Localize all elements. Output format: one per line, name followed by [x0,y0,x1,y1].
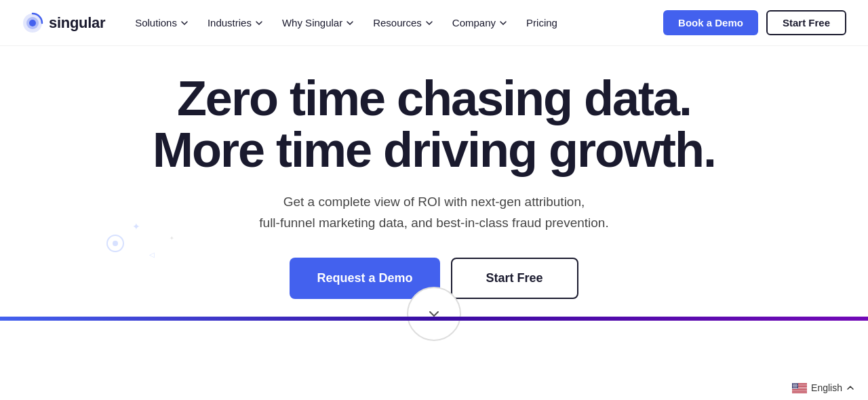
svg-rect-16 [792,389,807,390]
nav-item-resources[interactable]: Resources [365,12,441,34]
nav-link-solutions[interactable]: Solutions [127,12,197,34]
svg-rect-17 [792,390,807,391]
us-flag-icon [792,383,807,393]
nav-left: singular Solutions Industries [22,12,566,34]
svg-point-34 [796,384,797,385]
svg-point-40 [793,386,793,387]
hero-headline-line1: Zero time chasing data. [177,71,691,125]
hero-wrapper: Zero time chasing data. More time drivin… [0,46,868,321]
svg-rect-18 [792,391,807,391]
nav-link-why-singular[interactable]: Why Singular [274,12,362,34]
svg-point-37 [794,386,795,386]
svg-rect-19 [792,391,807,392]
chevron-down-icon [346,19,354,27]
language-label: English [811,382,842,393]
svg-point-2 [29,20,36,26]
hero-section: Zero time chasing data. More time drivin… [0,46,868,321]
svg-rect-20 [792,392,807,393]
svg-point-41 [794,386,795,387]
nav-link-industries[interactable]: Industries [199,12,271,34]
nav-right: Book a Demo Start Free [663,10,846,35]
svg-point-36 [793,386,794,386]
logo-icon [22,12,43,34]
book-demo-button[interactable]: Book a Demo [663,10,758,35]
nav-item-company[interactable]: Company [444,12,515,34]
chevron-down-icon [180,19,189,27]
svg-point-25 [796,383,797,384]
svg-point-23 [794,383,795,384]
svg-point-22 [793,383,793,384]
svg-point-46 [794,387,795,388]
hero-subheadline: Get a complete view of ROI with next-gen… [259,192,608,233]
nav-item-pricing[interactable]: Pricing [518,17,566,29]
svg-point-38 [795,386,796,386]
hero-headline-line2: More time driving growth. [153,123,715,177]
svg-point-31 [793,384,793,385]
nav-link-pricing[interactable]: Pricing [518,12,566,34]
start-free-nav-button[interactable]: Start Free [766,10,846,35]
nav-item-solutions[interactable]: Solutions [127,12,197,34]
nav-link-resources[interactable]: Resources [365,12,441,34]
svg-point-45 [793,387,794,388]
chevron-up-icon [846,384,854,392]
svg-point-27 [793,384,794,384]
svg-point-44 [797,386,797,387]
svg-point-48 [796,387,797,388]
nav-links: Solutions Industries Why Singular [127,12,566,34]
chevron-down-icon [255,19,263,27]
logo[interactable]: singular [22,12,105,34]
chevron-down-icon [425,19,433,27]
svg-point-28 [794,384,795,384]
svg-point-35 [797,384,797,385]
svg-point-30 [796,384,797,384]
svg-point-24 [795,383,795,384]
svg-point-32 [794,384,795,385]
nav-link-company[interactable]: Company [444,12,515,34]
chevron-down-icon [499,19,507,27]
svg-point-43 [796,386,797,387]
svg-rect-15 [792,388,807,389]
svg-point-39 [796,386,797,386]
nav-item-why-singular[interactable]: Why Singular [274,12,362,34]
start-free-hero-button[interactable]: Start Free [451,258,578,299]
svg-point-29 [795,384,796,384]
navbar: singular Solutions Industries [0,0,868,46]
hero-headline: Zero time chasing data. More time drivin… [153,73,715,176]
svg-point-47 [795,387,796,388]
svg-point-42 [795,386,795,387]
logo-text: singular [49,14,105,32]
scroll-hint[interactable] [407,287,461,341]
footer-language-selector[interactable]: English [778,376,868,400]
svg-point-26 [797,383,797,384]
bottom-bar [0,317,868,321]
nav-item-industries[interactable]: Industries [199,12,271,34]
svg-point-33 [795,384,795,385]
